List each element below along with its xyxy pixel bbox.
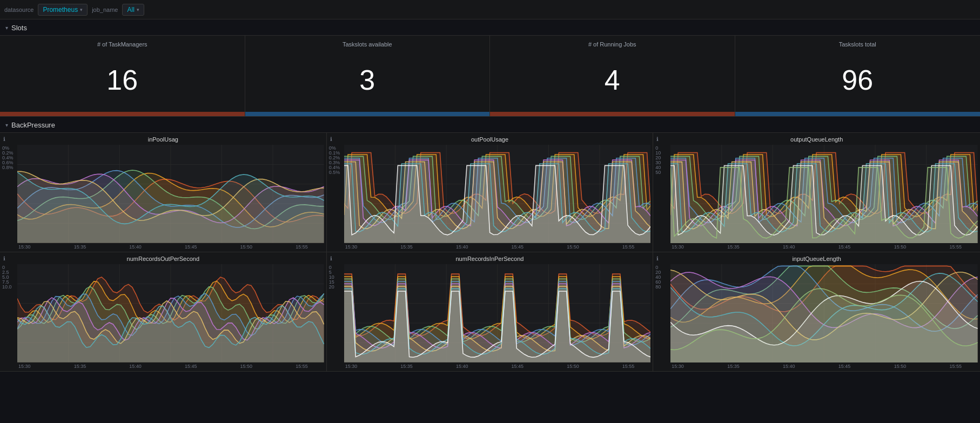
info-icon-2[interactable]: ℹ xyxy=(656,136,659,142)
y-label: 40 xyxy=(655,275,670,280)
x-label: 15:40 xyxy=(129,244,142,250)
stat-bar-2 xyxy=(490,112,735,116)
chart-area-3 xyxy=(17,264,324,361)
info-icon-3[interactable]: ℹ xyxy=(3,256,5,261)
y-label: 0.1% xyxy=(329,151,344,156)
chart-area-1 xyxy=(344,145,651,242)
stat-card-0: # of TaskManagers 16 xyxy=(0,36,245,117)
chevron-down-icon-2: ▾ xyxy=(137,7,139,12)
y-label: 20 xyxy=(655,270,670,275)
x-label: 15:55 xyxy=(296,244,308,250)
x-label: 15:35 xyxy=(727,364,740,369)
x-label: 15:45 xyxy=(185,364,197,369)
datasource-value: Prometheus xyxy=(43,6,78,14)
y-label: 0.3% xyxy=(329,160,344,165)
stat-value-3: 96 xyxy=(744,53,972,106)
y-label: 0.2% xyxy=(2,151,17,156)
x-label: 15:55 xyxy=(622,364,635,369)
y-label: 20 xyxy=(329,285,344,290)
x-label: 15:50 xyxy=(894,244,907,250)
stat-bar-0 xyxy=(0,112,245,116)
x-label: 15:45 xyxy=(838,364,851,369)
info-icon-5[interactable]: ℹ xyxy=(656,256,659,261)
stat-value-1: 3 xyxy=(254,53,481,106)
x-label: 15:45 xyxy=(512,244,524,250)
x-label: 15:40 xyxy=(129,364,142,369)
stat-card-1: Taskslots available 3 xyxy=(245,36,491,117)
chart-area-5 xyxy=(670,264,978,361)
x-label: 15:45 xyxy=(185,244,197,250)
x-label: 15:55 xyxy=(296,364,308,369)
stat-value-2: 4 xyxy=(499,53,726,106)
x-label: 15:40 xyxy=(783,244,795,250)
top-bar: datasource Prometheus ▾ job_name All ▾ xyxy=(0,0,980,19)
info-icon-1[interactable]: ℹ xyxy=(330,136,332,142)
y-label: 80 xyxy=(655,285,670,290)
charts-grid: ℹ inPoolUsag 0.8%0.6%0.4%0.2%0% 15:3015:… xyxy=(0,132,980,372)
chart-title-1: outPoolUsage xyxy=(329,136,651,143)
backpressure-section-header: ▾ BackPressure xyxy=(0,117,980,132)
x-label: 15:55 xyxy=(949,244,962,250)
x-label: 15:40 xyxy=(783,364,795,369)
chart-panel-1: ℹ outPoolUsage 0.5%0.4%0.3%0.2%0.1%0% 15… xyxy=(327,133,654,252)
chart-title-0: inPoolUsag xyxy=(2,136,324,143)
chart-title-3: numRecordsOutPerSecond xyxy=(2,256,324,262)
y-label: 10 xyxy=(655,151,670,156)
y-label: 50 xyxy=(655,170,670,175)
y-label: 30 xyxy=(655,160,670,165)
x-label: 15:35 xyxy=(400,364,413,369)
slots-chevron-icon: ▾ xyxy=(5,25,8,31)
y-label: 60 xyxy=(655,280,670,285)
datasource-dropdown[interactable]: Prometheus ▾ xyxy=(38,4,88,16)
y-label: 0.4% xyxy=(2,156,17,160)
backpressure-section-label: BackPressure xyxy=(11,121,55,129)
chevron-down-icon: ▾ xyxy=(80,7,83,12)
x-label: 15:30 xyxy=(345,244,358,250)
x-label: 15:50 xyxy=(240,244,253,250)
x-label: 15:35 xyxy=(727,244,740,250)
x-label: 15:55 xyxy=(622,244,635,250)
info-icon-0[interactable]: ℹ xyxy=(3,136,5,142)
chart-area-0 xyxy=(17,145,324,242)
chart-panel-2: ℹ outputQueueLength 50403020100 15:3015:… xyxy=(653,133,980,252)
y-label: 0 xyxy=(655,146,670,151)
y-label: 10.0 xyxy=(2,285,17,290)
stat-bar-1 xyxy=(245,112,490,116)
chart-area-4 xyxy=(344,264,651,361)
y-label: 5 xyxy=(329,270,344,275)
filter-label: job_name xyxy=(92,6,118,13)
datasource-label: datasource xyxy=(4,6,33,13)
x-label: 15:35 xyxy=(74,244,86,250)
x-label: 15:30 xyxy=(18,244,31,250)
stat-bar-3 xyxy=(735,112,981,116)
stats-row: # of TaskManagers 16 Taskslots available… xyxy=(0,35,980,117)
stat-card-2: # of Running Jobs 4 xyxy=(490,36,735,117)
x-label: 15:55 xyxy=(949,364,962,369)
filter-value: All xyxy=(127,6,134,14)
y-label: 0.2% xyxy=(329,156,344,160)
backpressure-chevron-icon: ▾ xyxy=(5,122,8,128)
y-label: 0% xyxy=(329,146,344,151)
x-label: 15:40 xyxy=(456,244,468,250)
stat-title-0: # of TaskManagers xyxy=(9,41,236,48)
x-label: 15:40 xyxy=(456,364,468,369)
y-label: 0.4% xyxy=(329,165,344,170)
slots-section-label: Slots xyxy=(11,24,27,32)
x-label: 15:35 xyxy=(400,244,413,250)
x-label: 15:50 xyxy=(567,364,579,369)
stat-card-3: Taskslots total 96 xyxy=(735,36,981,117)
chart-panel-5: ℹ inputQueueLength 806040200 15:3015:351… xyxy=(653,252,980,372)
filter-dropdown[interactable]: All ▾ xyxy=(122,4,144,16)
y-label: 0.5% xyxy=(329,170,344,175)
x-label: 15:30 xyxy=(18,364,31,369)
info-icon-4[interactable]: ℹ xyxy=(330,256,332,261)
y-label: 10 xyxy=(329,275,344,280)
y-label: 2.5 xyxy=(2,270,17,275)
x-label: 15:50 xyxy=(240,364,253,369)
slots-section-header: ▾ Slots xyxy=(0,19,980,35)
y-label: 0 xyxy=(329,265,344,270)
y-label: 0.8% xyxy=(2,165,17,170)
y-label: 5.0 xyxy=(2,275,17,280)
x-label: 15:45 xyxy=(838,244,851,250)
stat-title-1: Taskslots available xyxy=(254,41,481,48)
